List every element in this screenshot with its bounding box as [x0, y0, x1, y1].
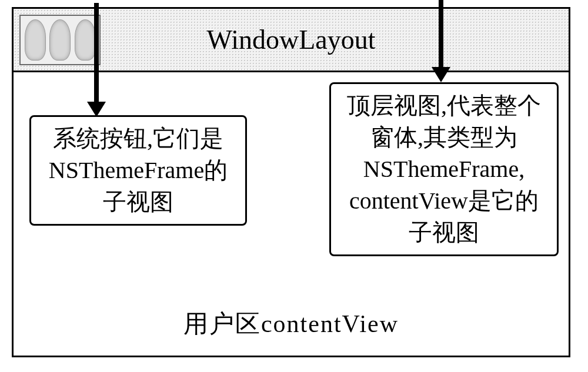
content-view-label: 用户区contentView: [14, 307, 569, 340]
arrow-shaft: [439, 0, 443, 68]
callout-line: NSThemeFrame,: [339, 153, 549, 185]
callout-line: 窗体,其类型为: [339, 122, 549, 153]
callout-system-buttons: 系统按钮,它们是 NSThemeFrame的 子视图: [29, 115, 247, 226]
callout-line: contentView是它的: [339, 185, 549, 217]
callout-top-view: 顶层视图,代表整个 窗体,其类型为 NSThemeFrame, contentV…: [329, 82, 559, 256]
arrow-shaft: [94, 3, 99, 103]
callout-line: 顶层视图,代表整个: [339, 90, 549, 122]
arrow-head-icon: [432, 67, 450, 82]
callout-line: 系统按钮,它们是: [39, 123, 237, 155]
callout-line: 子视图: [39, 186, 237, 218]
callout-line: 子视图: [339, 217, 549, 249]
callout-line: NSThemeFrame的: [39, 155, 237, 186]
diagram-canvas: WindowLayout 用户区contentView 系统按钮,它们是 NST…: [0, 0, 588, 372]
